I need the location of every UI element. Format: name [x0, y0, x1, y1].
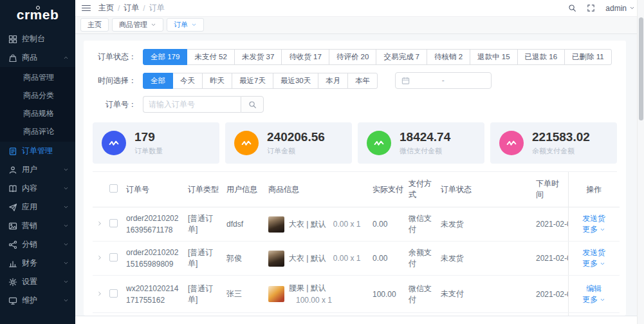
stat-card: 221583.02余额支付金额: [490, 122, 617, 164]
chevron-right-icon[interactable]: [97, 254, 103, 263]
expand-cell: [93, 207, 107, 242]
scrollbar-thumb[interactable]: [639, 17, 643, 120]
sidebar-item-label: 控制台: [22, 33, 45, 44]
action-更多[interactable]: 更多: [582, 224, 605, 235]
sidebar: crmeb 控制台商品商品管理商品分类商品规格商品评论订单管理用户内容应用营销分…: [0, 0, 75, 324]
status-filter-button[interactable]: 未支付 52: [187, 49, 235, 65]
sidebar-item-distribution[interactable]: 分销: [0, 235, 75, 254]
status-filter-button[interactable]: 退款中 15: [470, 49, 518, 65]
admin-dropdown[interactable]: admin: [605, 4, 635, 13]
time-filter-button[interactable]: 最近7天: [232, 73, 273, 89]
time-filter-button[interactable]: 本年: [347, 73, 378, 89]
date-range-picker[interactable]: -: [395, 72, 492, 89]
sidebar-item-marketing[interactable]: 营销: [0, 216, 75, 235]
date-range-separator: -: [410, 76, 476, 85]
sidebar-subitem[interactable]: 商品规格: [0, 104, 75, 122]
checkbox-cell: [107, 242, 124, 276]
sidebar-item-maintain[interactable]: 维护: [0, 291, 75, 310]
row-checkbox[interactable]: [109, 289, 118, 298]
action-cell: 发送货更多: [568, 242, 620, 276]
action-发送货[interactable]: 发送货: [582, 213, 605, 224]
stat-text: 18424.74微信支付金额: [400, 130, 450, 156]
sidebar-item-order[interactable]: 订单管理: [0, 142, 75, 160]
status-filter-button[interactable]: 交易完成 7: [376, 49, 427, 65]
product-price-qty: 100.00 x 1: [296, 296, 332, 305]
sidebar-item-label: 内容: [22, 183, 37, 194]
action-发送货[interactable]: 发送货: [582, 247, 605, 258]
stat-card: 18424.74微信支付金额: [358, 122, 484, 164]
column-header: 商品信息: [266, 172, 370, 207]
row-checkbox[interactable]: [109, 219, 118, 227]
table-row: wx2021020214171755162[普通订单]张三腰果 | 默认100.…: [93, 276, 620, 313]
chevron-right-icon[interactable]: [97, 220, 103, 229]
time-filter-button[interactable]: 今天: [172, 73, 203, 89]
sidebar-item-dashboard[interactable]: 控制台: [0, 30, 75, 48]
time-filter-button[interactable]: 本月: [318, 73, 348, 89]
sidebar-item-finance[interactable]: 财务: [0, 254, 75, 272]
time-filter-button[interactable]: 昨天: [202, 73, 232, 89]
sidebar-item-settings[interactable]: 设置: [0, 272, 75, 291]
pay-type-cell: 微信支付: [406, 276, 438, 313]
stat-card: 240206.56订单金额: [225, 122, 352, 164]
order-time-cell: 2021-02-0: [533, 207, 568, 242]
action-cell: 发送货更多: [568, 207, 620, 242]
stat-card: 179订单数量: [93, 122, 219, 164]
menu-toggle-icon[interactable]: [82, 5, 91, 12]
status-filter-button[interactable]: 待核销 2: [427, 49, 470, 65]
action-编辑[interactable]: 编辑: [586, 283, 602, 294]
stat-icon: [367, 131, 391, 155]
status-filter-button[interactable]: 未发货 37: [234, 49, 282, 65]
topbar: 主页/订单/订单 admin: [75, 0, 644, 17]
breadcrumb-item[interactable]: 订单: [124, 3, 139, 14]
vertical-scrollbar[interactable]: [637, 0, 644, 324]
order-time-cell: 2021-02-0: [533, 242, 568, 276]
select-all-checkbox[interactable]: [109, 184, 118, 193]
pay-amount-cell: 0.00: [370, 207, 406, 242]
dashboard-icon: [8, 35, 17, 44]
tab-主页[interactable]: 主页: [80, 18, 109, 32]
search-icon[interactable]: [568, 4, 576, 12]
status-filter-button[interactable]: 待评价 20: [329, 49, 377, 65]
sidebar-item-user[interactable]: 用户: [0, 160, 75, 179]
sidebar-subitem[interactable]: 商品管理: [0, 68, 75, 86]
chevron-down-icon: [63, 260, 69, 266]
bottom-bar: [75, 316, 637, 324]
column-header: 用户信息: [224, 172, 266, 207]
order-no-input[interactable]: [143, 96, 241, 113]
tab-商品管理[interactable]: 商品管理: [112, 18, 163, 32]
sidebar-subitem[interactable]: 商品分类: [0, 86, 75, 104]
row-checkbox[interactable]: [109, 253, 118, 262]
action-更多[interactable]: 更多: [582, 258, 605, 269]
status-filter-button[interactable]: 已退款 16: [517, 49, 566, 65]
status-filter-button[interactable]: 待收货 17: [281, 49, 329, 65]
finance-icon: [8, 259, 17, 268]
stat-value: 179: [134, 130, 163, 144]
sidebar-subitem[interactable]: 商品评论: [0, 122, 75, 140]
stat-icon: [234, 131, 259, 155]
chevron-right-icon[interactable]: [97, 290, 103, 299]
fullscreen-icon[interactable]: [587, 4, 595, 12]
breadcrumb-item[interactable]: 订单: [149, 3, 165, 14]
status-cell: 未发货: [438, 242, 533, 276]
action-更多[interactable]: 更多: [582, 294, 605, 305]
time-filter-button[interactable]: 最近30天: [273, 73, 318, 89]
sidebar-item-goods[interactable]: 商品: [0, 48, 75, 67]
stat-value: 18424.74: [400, 130, 450, 144]
table-row: order2021020215165989809[普通订单]郭俊大衣 | 默认0…: [93, 242, 620, 276]
breadcrumb-item[interactable]: 主页: [98, 3, 114, 14]
column-header: 实际支付: [370, 172, 406, 207]
order-search-button[interactable]: [241, 96, 264, 113]
chevron-down-icon: [63, 204, 69, 210]
order-panel: 订单状态： 全部 179未支付 52未发货 37待收货 17待评价 20交易完成…: [84, 41, 626, 316]
product-text: 大衣 | 默认0.00 x 1: [289, 218, 361, 231]
status-filter-button[interactable]: 全部 179: [143, 49, 187, 65]
status-filter-button[interactable]: 已删除 11: [564, 49, 612, 65]
order-no-label: 订单号：: [93, 99, 136, 110]
time-filter-button[interactable]: 全部: [143, 73, 173, 89]
sidebar-item-label: 营销: [22, 220, 37, 231]
sidebar-item-content[interactable]: 内容: [0, 179, 75, 198]
order-status-text: 未支付: [441, 289, 464, 298]
sidebar-item-label: 应用: [22, 202, 37, 213]
sidebar-item-app[interactable]: 应用: [0, 198, 75, 216]
tab-订单[interactable]: 订单: [167, 18, 204, 32]
